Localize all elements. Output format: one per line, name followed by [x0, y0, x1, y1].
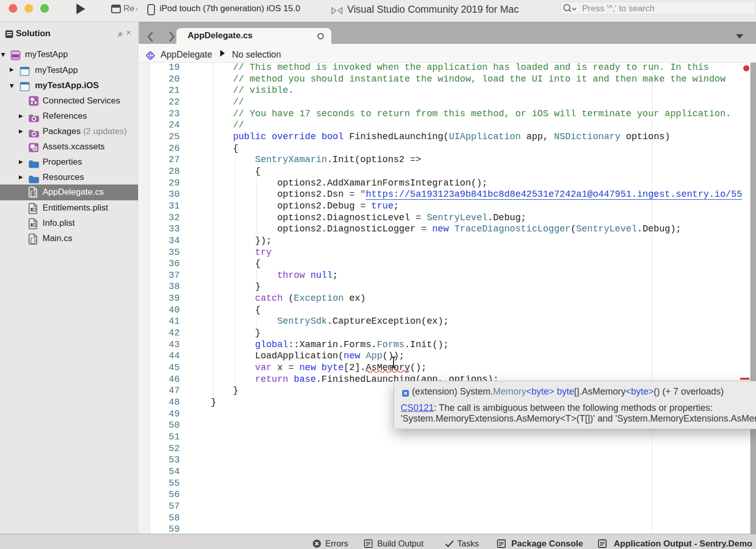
svg-text:{}: {}	[29, 237, 36, 244]
svg-text:C: C	[148, 53, 152, 59]
svg-text:{}: {}	[29, 190, 36, 197]
